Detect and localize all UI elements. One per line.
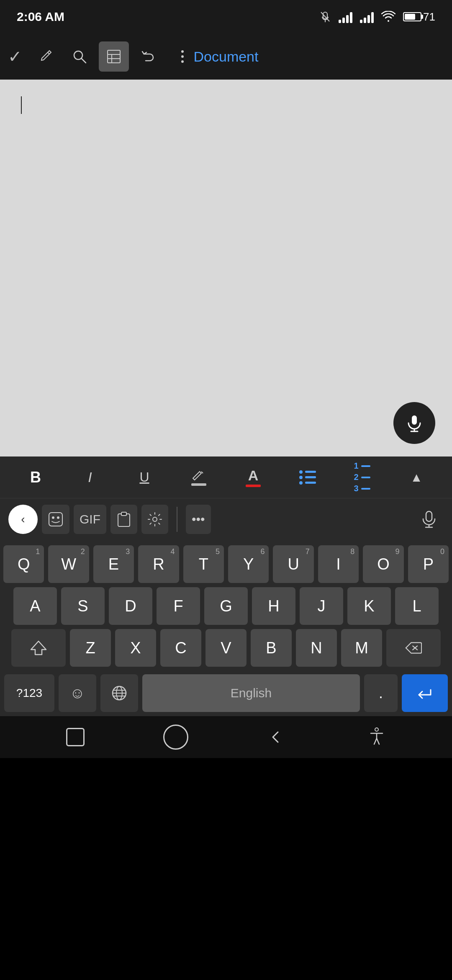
undo-button[interactable] (133, 41, 163, 72)
key-p[interactable]: 0P (408, 545, 449, 583)
keyboard-row-3: Z X C V B N M (3, 629, 449, 667)
recent-apps-button[interactable] (59, 720, 92, 754)
key-i[interactable]: 8I (318, 545, 359, 583)
key-v[interactable]: V (205, 629, 247, 667)
key-q[interactable]: 1Q (3, 545, 44, 583)
svg-point-2 (74, 51, 82, 59)
key-r[interactable]: 4R (138, 545, 179, 583)
navigation-bar (0, 716, 452, 758)
more-options-button[interactable] (167, 41, 198, 72)
document-title: Document (194, 49, 259, 65)
mic-fab-icon (405, 414, 424, 432)
search-button[interactable] (64, 41, 95, 72)
bold-button[interactable]: B (8, 461, 63, 494)
key-f[interactable]: F (157, 587, 200, 625)
key-d[interactable]: D (109, 587, 152, 625)
font-color-bar (246, 485, 261, 487)
expand-format-button[interactable]: ▲ (389, 461, 444, 494)
document-area[interactable] (0, 80, 452, 456)
status-bar: 2:06 AM (0, 0, 452, 34)
key-n[interactable]: N (296, 629, 337, 667)
svg-rect-14 (49, 513, 62, 526)
keyboard-mic-button[interactable] (414, 505, 444, 534)
bullet-list-icon (299, 470, 316, 485)
toolbar-right (30, 41, 198, 72)
svg-point-10 (181, 60, 184, 63)
sticker-button[interactable] (42, 505, 69, 534)
key-c[interactable]: C (160, 629, 201, 667)
home-button[interactable] (159, 720, 193, 754)
key-s[interactable]: S (61, 587, 105, 625)
backspace-button[interactable] (386, 629, 441, 667)
numbered-list-button[interactable]: 1 2 3 (335, 461, 389, 494)
key-j[interactable]: J (300, 587, 343, 625)
period-button[interactable]: . (364, 674, 398, 712)
underline-button[interactable]: U (117, 461, 172, 494)
key-x[interactable]: X (115, 629, 156, 667)
bullet-list-button[interactable] (280, 461, 335, 494)
accessibility-button[interactable] (360, 720, 393, 754)
keyboard-row-2: A S D F G H J K L (3, 587, 449, 625)
key-o[interactable]: 9O (363, 545, 403, 583)
clipboard-button[interactable] (110, 505, 137, 534)
highlight-button[interactable] (172, 461, 226, 494)
key-m[interactable]: M (341, 629, 382, 667)
keyboard-mic-icon (421, 511, 437, 528)
back-button[interactable] (259, 720, 293, 754)
italic-icon: I (88, 469, 92, 485)
key-g[interactable]: G (204, 587, 248, 625)
search-icon (72, 49, 87, 64)
svg-point-15 (52, 516, 54, 519)
mute-icon (319, 10, 331, 23)
toolbar: ✓ Document (0, 34, 452, 80)
status-icons: 71 (319, 10, 435, 23)
key-e[interactable]: 3E (93, 545, 134, 583)
pen-tool-button[interactable] (30, 41, 60, 72)
key-a[interactable]: A (13, 587, 57, 625)
key-w[interactable]: 2W (48, 545, 89, 583)
key-k[interactable]: K (347, 587, 391, 625)
keyboard-back-button[interactable]: ‹ (8, 505, 38, 534)
emoji-icon: ☺ (70, 684, 85, 702)
key-u[interactable]: 7U (273, 545, 313, 583)
italic-button[interactable]: I (63, 461, 117, 494)
battery-indicator: 71 (403, 10, 435, 23)
globe-icon (111, 685, 128, 701)
emoji-button[interactable]: ☺ (59, 674, 96, 712)
enter-button[interactable] (402, 674, 448, 712)
key-b[interactable]: B (251, 629, 292, 667)
template-button[interactable] (99, 41, 129, 72)
recent-apps-icon (66, 728, 85, 746)
signal-bars-2 (360, 10, 374, 23)
svg-point-16 (57, 516, 59, 519)
language-button[interactable] (100, 674, 138, 712)
shift-button[interactable] (11, 629, 66, 667)
bold-icon: B (30, 469, 41, 486)
more-dots-label: ••• (192, 512, 205, 526)
key-h[interactable]: H (252, 587, 295, 625)
key-l[interactable]: L (395, 587, 439, 625)
key-z[interactable]: Z (70, 629, 111, 667)
mic-fab-button[interactable] (393, 402, 435, 444)
confirm-button[interactable]: ✓ (0, 41, 30, 72)
more-icon (180, 49, 185, 64)
svg-rect-11 (412, 415, 417, 425)
sticker-icon (48, 511, 64, 527)
font-color-button[interactable]: A (226, 461, 280, 494)
highlight-bar (191, 483, 206, 486)
more-keyboard-button[interactable]: ••• (186, 505, 211, 534)
symbols-button[interactable]: ?123 (4, 674, 54, 712)
key-t[interactable]: 5T (183, 545, 224, 583)
gif-button[interactable]: GIF (74, 505, 106, 534)
highlighter-icon (192, 469, 205, 482)
back-chevron-icon: ‹ (21, 513, 25, 526)
svg-point-19 (153, 517, 157, 521)
period-label: . (379, 684, 383, 702)
key-y[interactable]: 6Y (228, 545, 269, 583)
settings-button[interactable] (141, 505, 168, 534)
svg-marker-23 (31, 641, 46, 655)
text-cursor (21, 96, 22, 114)
space-button[interactable]: English (142, 674, 360, 712)
shift-icon (30, 640, 47, 656)
settings-icon (147, 512, 162, 527)
